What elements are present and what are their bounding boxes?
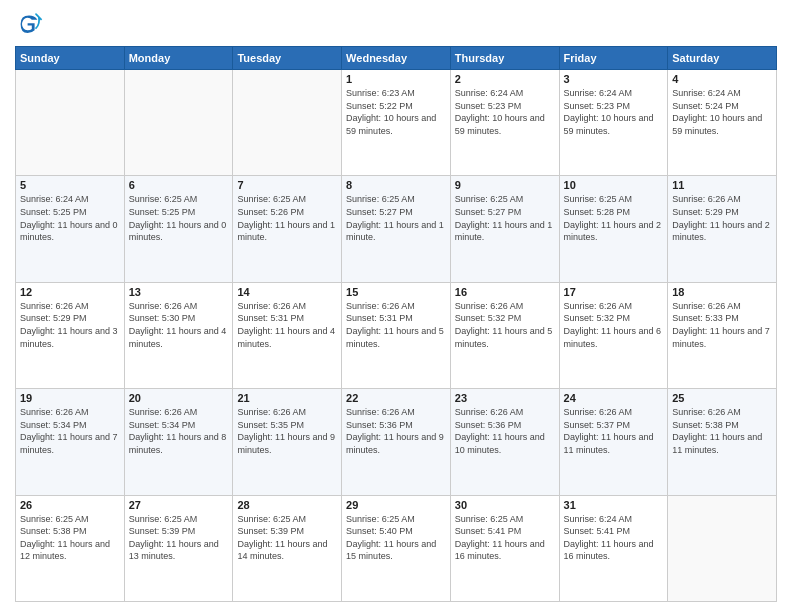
logo [15, 10, 47, 38]
page: SundayMondayTuesdayWednesdayThursdayFrid… [0, 0, 792, 612]
day-info: Sunrise: 6:25 AM Sunset: 5:28 PM Dayligh… [564, 193, 664, 243]
empty-cell [16, 70, 125, 176]
day-number: 4 [672, 73, 772, 85]
calendar-day-cell: 15Sunrise: 6:26 AM Sunset: 5:31 PM Dayli… [342, 282, 451, 388]
day-number: 3 [564, 73, 664, 85]
day-info: Sunrise: 6:26 AM Sunset: 5:34 PM Dayligh… [129, 406, 229, 456]
calendar-day-cell: 31Sunrise: 6:24 AM Sunset: 5:41 PM Dayli… [559, 495, 668, 601]
day-number: 8 [346, 179, 446, 191]
empty-cell [124, 70, 233, 176]
day-info: Sunrise: 6:26 AM Sunset: 5:32 PM Dayligh… [455, 300, 555, 350]
weekday-header-friday: Friday [559, 47, 668, 70]
calendar-day-cell: 29Sunrise: 6:25 AM Sunset: 5:40 PM Dayli… [342, 495, 451, 601]
day-number: 16 [455, 286, 555, 298]
day-info: Sunrise: 6:26 AM Sunset: 5:32 PM Dayligh… [564, 300, 664, 350]
calendar-day-cell: 11Sunrise: 6:26 AM Sunset: 5:29 PM Dayli… [668, 176, 777, 282]
day-info: Sunrise: 6:25 AM Sunset: 5:25 PM Dayligh… [129, 193, 229, 243]
day-info: Sunrise: 6:26 AM Sunset: 5:34 PM Dayligh… [20, 406, 120, 456]
day-info: Sunrise: 6:25 AM Sunset: 5:27 PM Dayligh… [346, 193, 446, 243]
day-number: 22 [346, 392, 446, 404]
calendar-week-row: 5Sunrise: 6:24 AM Sunset: 5:25 PM Daylig… [16, 176, 777, 282]
day-info: Sunrise: 6:26 AM Sunset: 5:35 PM Dayligh… [237, 406, 337, 456]
calendar-week-row: 12Sunrise: 6:26 AM Sunset: 5:29 PM Dayli… [16, 282, 777, 388]
day-info: Sunrise: 6:26 AM Sunset: 5:33 PM Dayligh… [672, 300, 772, 350]
calendar-day-cell: 28Sunrise: 6:25 AM Sunset: 5:39 PM Dayli… [233, 495, 342, 601]
day-info: Sunrise: 6:24 AM Sunset: 5:41 PM Dayligh… [564, 513, 664, 563]
day-number: 19 [20, 392, 120, 404]
calendar-day-cell: 23Sunrise: 6:26 AM Sunset: 5:36 PM Dayli… [450, 389, 559, 495]
weekday-header-thursday: Thursday [450, 47, 559, 70]
day-number: 13 [129, 286, 229, 298]
day-info: Sunrise: 6:26 AM Sunset: 5:36 PM Dayligh… [455, 406, 555, 456]
day-number: 18 [672, 286, 772, 298]
day-number: 29 [346, 499, 446, 511]
day-info: Sunrise: 6:24 AM Sunset: 5:24 PM Dayligh… [672, 87, 772, 137]
day-number: 15 [346, 286, 446, 298]
calendar-day-cell: 9Sunrise: 6:25 AM Sunset: 5:27 PM Daylig… [450, 176, 559, 282]
calendar-table: SundayMondayTuesdayWednesdayThursdayFrid… [15, 46, 777, 602]
day-number: 27 [129, 499, 229, 511]
day-number: 5 [20, 179, 120, 191]
day-number: 11 [672, 179, 772, 191]
day-info: Sunrise: 6:24 AM Sunset: 5:23 PM Dayligh… [564, 87, 664, 137]
calendar-day-cell: 17Sunrise: 6:26 AM Sunset: 5:32 PM Dayli… [559, 282, 668, 388]
calendar-day-cell: 20Sunrise: 6:26 AM Sunset: 5:34 PM Dayli… [124, 389, 233, 495]
day-info: Sunrise: 6:26 AM Sunset: 5:36 PM Dayligh… [346, 406, 446, 456]
weekday-header-saturday: Saturday [668, 47, 777, 70]
day-info: Sunrise: 6:26 AM Sunset: 5:38 PM Dayligh… [672, 406, 772, 456]
weekday-header-tuesday: Tuesday [233, 47, 342, 70]
calendar-day-cell: 7Sunrise: 6:25 AM Sunset: 5:26 PM Daylig… [233, 176, 342, 282]
calendar-day-cell: 18Sunrise: 6:26 AM Sunset: 5:33 PM Dayli… [668, 282, 777, 388]
day-number: 24 [564, 392, 664, 404]
day-info: Sunrise: 6:23 AM Sunset: 5:22 PM Dayligh… [346, 87, 446, 137]
calendar-day-cell: 12Sunrise: 6:26 AM Sunset: 5:29 PM Dayli… [16, 282, 125, 388]
day-number: 31 [564, 499, 664, 511]
calendar-day-cell: 27Sunrise: 6:25 AM Sunset: 5:39 PM Dayli… [124, 495, 233, 601]
day-number: 1 [346, 73, 446, 85]
header [15, 10, 777, 38]
day-info: Sunrise: 6:25 AM Sunset: 5:39 PM Dayligh… [237, 513, 337, 563]
calendar-day-cell: 30Sunrise: 6:25 AM Sunset: 5:41 PM Dayli… [450, 495, 559, 601]
calendar-day-cell: 19Sunrise: 6:26 AM Sunset: 5:34 PM Dayli… [16, 389, 125, 495]
day-info: Sunrise: 6:25 AM Sunset: 5:38 PM Dayligh… [20, 513, 120, 563]
day-number: 9 [455, 179, 555, 191]
calendar-day-cell: 24Sunrise: 6:26 AM Sunset: 5:37 PM Dayli… [559, 389, 668, 495]
day-info: Sunrise: 6:25 AM Sunset: 5:26 PM Dayligh… [237, 193, 337, 243]
day-number: 30 [455, 499, 555, 511]
weekday-header-row: SundayMondayTuesdayWednesdayThursdayFrid… [16, 47, 777, 70]
calendar-day-cell: 14Sunrise: 6:26 AM Sunset: 5:31 PM Dayli… [233, 282, 342, 388]
logo-icon [15, 10, 43, 38]
day-info: Sunrise: 6:26 AM Sunset: 5:37 PM Dayligh… [564, 406, 664, 456]
calendar-day-cell: 26Sunrise: 6:25 AM Sunset: 5:38 PM Dayli… [16, 495, 125, 601]
day-number: 20 [129, 392, 229, 404]
day-number: 25 [672, 392, 772, 404]
calendar-day-cell: 8Sunrise: 6:25 AM Sunset: 5:27 PM Daylig… [342, 176, 451, 282]
day-info: Sunrise: 6:24 AM Sunset: 5:25 PM Dayligh… [20, 193, 120, 243]
calendar-day-cell: 10Sunrise: 6:25 AM Sunset: 5:28 PM Dayli… [559, 176, 668, 282]
day-info: Sunrise: 6:24 AM Sunset: 5:23 PM Dayligh… [455, 87, 555, 137]
day-number: 7 [237, 179, 337, 191]
day-info: Sunrise: 6:26 AM Sunset: 5:30 PM Dayligh… [129, 300, 229, 350]
calendar-day-cell: 6Sunrise: 6:25 AM Sunset: 5:25 PM Daylig… [124, 176, 233, 282]
day-number: 10 [564, 179, 664, 191]
day-number: 17 [564, 286, 664, 298]
day-number: 6 [129, 179, 229, 191]
calendar-day-cell: 16Sunrise: 6:26 AM Sunset: 5:32 PM Dayli… [450, 282, 559, 388]
calendar-day-cell: 25Sunrise: 6:26 AM Sunset: 5:38 PM Dayli… [668, 389, 777, 495]
calendar-day-cell: 21Sunrise: 6:26 AM Sunset: 5:35 PM Dayli… [233, 389, 342, 495]
calendar-day-cell: 3Sunrise: 6:24 AM Sunset: 5:23 PM Daylig… [559, 70, 668, 176]
day-info: Sunrise: 6:26 AM Sunset: 5:31 PM Dayligh… [346, 300, 446, 350]
day-number: 12 [20, 286, 120, 298]
empty-cell [233, 70, 342, 176]
empty-cell [668, 495, 777, 601]
calendar-day-cell: 5Sunrise: 6:24 AM Sunset: 5:25 PM Daylig… [16, 176, 125, 282]
day-info: Sunrise: 6:26 AM Sunset: 5:29 PM Dayligh… [672, 193, 772, 243]
calendar-day-cell: 22Sunrise: 6:26 AM Sunset: 5:36 PM Dayli… [342, 389, 451, 495]
calendar-day-cell: 2Sunrise: 6:24 AM Sunset: 5:23 PM Daylig… [450, 70, 559, 176]
calendar-day-cell: 1Sunrise: 6:23 AM Sunset: 5:22 PM Daylig… [342, 70, 451, 176]
weekday-header-sunday: Sunday [16, 47, 125, 70]
calendar-week-row: 1Sunrise: 6:23 AM Sunset: 5:22 PM Daylig… [16, 70, 777, 176]
day-number: 21 [237, 392, 337, 404]
weekday-header-wednesday: Wednesday [342, 47, 451, 70]
calendar-week-row: 19Sunrise: 6:26 AM Sunset: 5:34 PM Dayli… [16, 389, 777, 495]
